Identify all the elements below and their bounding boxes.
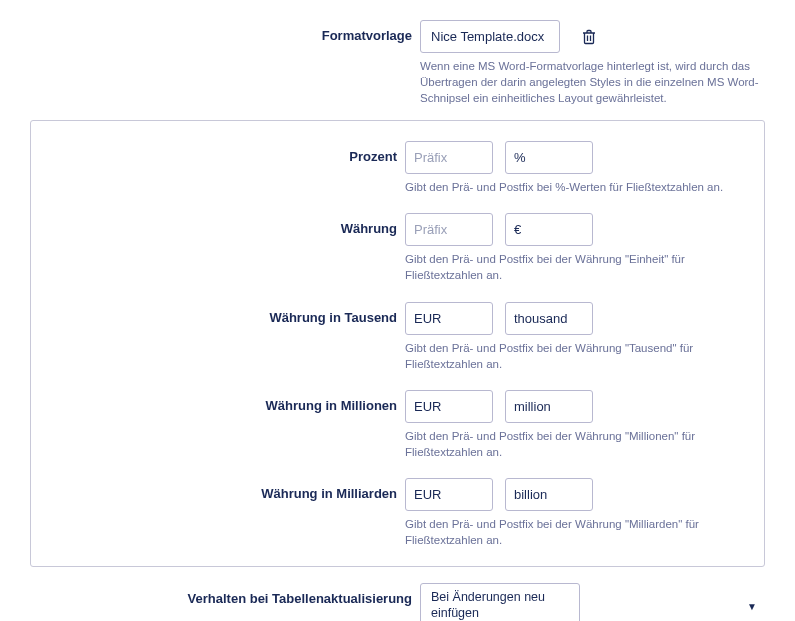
currency-format-group: Prozent Gibt den Prä- und Postfix bei %-… xyxy=(30,120,765,567)
trash-icon[interactable] xyxy=(582,29,596,45)
percent-label: Prozent xyxy=(31,141,405,164)
currency-billion-postfix-input[interactable] xyxy=(505,478,593,511)
template-label: Formatvorlage xyxy=(30,20,420,43)
chevron-down-icon: ▼ xyxy=(747,600,757,611)
currency-thousand-label: Währung in Tausend xyxy=(31,302,405,325)
currency-million-prefix-input[interactable] xyxy=(405,390,493,423)
currency-thousand-help: Gibt den Prä- und Postfix bei der Währun… xyxy=(405,340,745,372)
currency-billion-label: Währung in Milliarden xyxy=(31,478,405,501)
table-update-select[interactable]: Bei Änderungen neu einfügen xyxy=(420,583,580,621)
currency-million-help: Gibt den Prä- und Postfix bei der Währun… xyxy=(405,428,745,460)
currency-million-postfix-input[interactable] xyxy=(505,390,593,423)
currency-billion-help: Gibt den Prä- und Postfix bei der Währun… xyxy=(405,516,745,548)
percent-postfix-input[interactable] xyxy=(505,141,593,174)
percent-prefix-input[interactable] xyxy=(405,141,493,174)
currency-thousand-prefix-input[interactable] xyxy=(405,302,493,335)
table-update-label: Verhalten bei Tabellenaktualisierung xyxy=(30,583,420,606)
currency-label: Währung xyxy=(31,213,405,236)
currency-million-label: Währung in Millionen xyxy=(31,390,405,413)
currency-help: Gibt den Prä- und Postfix bei der Währun… xyxy=(405,251,745,283)
currency-postfix-input[interactable] xyxy=(505,213,593,246)
currency-billion-prefix-input[interactable] xyxy=(405,478,493,511)
percent-help: Gibt den Prä- und Postfix bei %-Werten f… xyxy=(405,179,745,195)
template-file-display[interactable]: Nice Template.docx xyxy=(420,20,560,53)
template-help: Wenn eine MS Word-Formatvorlage hinterle… xyxy=(420,58,760,106)
currency-thousand-postfix-input[interactable] xyxy=(505,302,593,335)
currency-prefix-input[interactable] xyxy=(405,213,493,246)
